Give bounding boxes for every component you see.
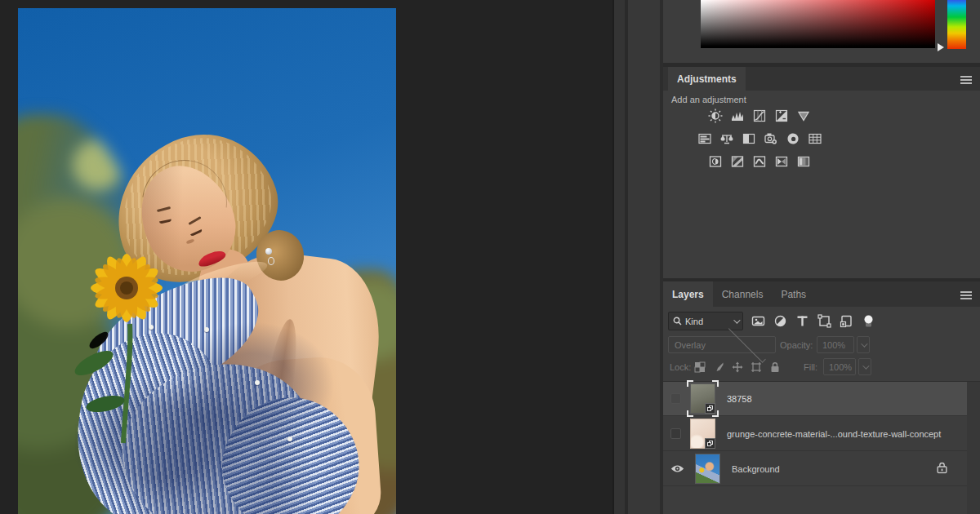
tab-adjustments[interactable]: Adjustments — [668, 67, 746, 91]
photo-shirt-button — [287, 436, 292, 441]
search-icon — [673, 317, 682, 326]
opacity-stepper[interactable] — [857, 336, 870, 353]
photo-shirt-button — [204, 327, 209, 332]
photo-earring-hoop — [268, 257, 274, 265]
exposure-icon[interactable] — [774, 109, 789, 123]
layer-thumbnail[interactable] — [695, 454, 720, 484]
adjustment-layer-filter-icon[interactable] — [773, 314, 787, 328]
tab-channels[interactable]: Channels — [713, 281, 773, 307]
layer-thumbnail[interactable] — [690, 419, 715, 449]
lock-position-move-icon[interactable] — [732, 361, 743, 373]
canvas-image[interactable] — [18, 8, 396, 514]
chevron-down-icon — [862, 362, 869, 369]
selection-bracket — [687, 410, 693, 417]
adjustments-tabstrip: Adjustments — [663, 67, 980, 91]
brightness-contrast-icon[interactable] — [708, 109, 723, 123]
photo-sunflower — [63, 249, 194, 445]
hue-slider-pointer-icon[interactable] — [938, 43, 944, 51]
tab-paths-label: Paths — [781, 289, 806, 300]
gradient-map-icon[interactable] — [774, 154, 789, 169]
lock-icons — [694, 359, 781, 375]
blend-mode-dropdown[interactable]: Overlay — [668, 336, 776, 353]
lock-all-icon[interactable] — [769, 361, 781, 373]
layer-name: Background — [732, 464, 780, 474]
type-layer-filter-icon[interactable] — [795, 314, 809, 328]
hue-slider[interactable] — [947, 0, 966, 49]
opacity-value-field[interactable]: 100% — [817, 336, 854, 353]
tab-layers[interactable]: Layers — [663, 281, 713, 307]
chevron-down-icon — [861, 340, 867, 347]
photo-filter-icon[interactable] — [764, 131, 778, 146]
vibrance-icon[interactable] — [796, 109, 811, 123]
lock-pixels-brush-icon[interactable] — [713, 361, 724, 373]
hue-saturation-icon[interactable] — [697, 131, 712, 146]
canvas-scrollbar-track[interactable] — [612, 0, 625, 514]
visibility-toggle[interactable] — [668, 464, 686, 473]
adjustment-icon-row — [686, 131, 833, 146]
add-adjustment-prompt: Add an adjustment — [671, 95, 746, 104]
selective-color-icon[interactable] — [796, 154, 811, 169]
kind-dropdown-value: Kind — [685, 317, 733, 326]
layers-panel: Layers Channels Paths Kind — [663, 281, 980, 514]
layer-filter-toggle-icon[interactable] — [862, 314, 875, 328]
color-saturation-field[interactable] — [701, 0, 935, 48]
invert-icon[interactable] — [708, 154, 723, 169]
lock-artboard-icon[interactable] — [751, 361, 762, 373]
tab-adjustments-label: Adjustments — [677, 73, 737, 85]
shape-layer-filter-icon[interactable] — [817, 314, 831, 328]
black-white-icon[interactable] — [742, 131, 756, 146]
fill-value: 100% — [829, 362, 852, 372]
blend-mode-value: Overlay — [675, 340, 722, 350]
tab-channels-label: Channels — [722, 289, 764, 300]
layer-filter-icons — [751, 312, 875, 330]
layers-scrollbar-track[interactable] — [967, 382, 980, 514]
channel-mixer-icon[interactable] — [786, 131, 800, 146]
opacity-label: Opacity: — [780, 340, 813, 350]
layer-list: 38758 grunge-concrete-material-...ound-t… — [663, 381, 980, 514]
threshold-icon[interactable] — [752, 154, 767, 169]
adjustments-panel-menu-icon[interactable] — [960, 76, 972, 84]
adjustments-panel: Adjustments Add an adjustment — [663, 67, 980, 278]
posterize-icon[interactable] — [730, 154, 745, 169]
adjustment-icon-row — [686, 109, 833, 123]
chevron-down-icon — [728, 325, 765, 362]
layer-thumbnail[interactable] — [690, 383, 715, 414]
smart-object-badge-icon — [705, 403, 715, 414]
color-lookup-icon[interactable] — [808, 131, 822, 146]
opacity-value: 100% — [822, 340, 845, 350]
layer-name: grunge-concrete-material-...ound-texture… — [727, 429, 941, 439]
tab-layers-label: Layers — [672, 289, 704, 300]
fill-stepper[interactable] — [858, 358, 871, 375]
layer-row-background[interactable]: Background — [663, 452, 967, 486]
eye-icon — [670, 464, 684, 473]
visibility-toggle[interactable] — [670, 428, 681, 439]
curves-icon[interactable] — [752, 109, 767, 123]
collapsed-panel-dock[interactable] — [628, 0, 660, 514]
color-balance-icon[interactable] — [719, 131, 734, 146]
selection-bracket — [687, 380, 693, 387]
selection-bracket — [712, 380, 719, 387]
fill-label: Fill: — [804, 362, 817, 372]
pixel-layer-filter-icon[interactable] — [751, 314, 765, 328]
layer-locked-icon — [937, 461, 947, 476]
layer-name: 38758 — [727, 394, 752, 404]
color-panel — [663, 0, 980, 63]
smart-object-filter-icon[interactable] — [840, 314, 853, 328]
layer-row-grunge[interactable]: grunge-concrete-material-...ound-texture… — [663, 417, 967, 451]
layer-row-38758[interactable]: 38758 — [663, 382, 967, 416]
layers-panel-menu-icon[interactable] — [960, 291, 972, 299]
adjustment-icon-row — [686, 154, 833, 169]
photo-earring — [265, 248, 272, 255]
smart-object-badge-icon — [705, 438, 715, 449]
layers-tabstrip: Layers Channels Paths — [663, 281, 980, 307]
lock-transparency-icon[interactable] — [694, 361, 706, 373]
tab-paths[interactable]: Paths — [772, 281, 815, 307]
photo-shirt-button — [255, 380, 260, 385]
visibility-toggle[interactable] — [670, 393, 681, 404]
lock-label: Lock: — [670, 362, 691, 372]
fill-value-field[interactable]: 100% — [823, 358, 856, 375]
levels-icon[interactable] — [730, 109, 745, 123]
photoshop-window: Adjustments Add an adjustment — [0, 0, 980, 514]
chevron-down-icon — [733, 317, 740, 323]
